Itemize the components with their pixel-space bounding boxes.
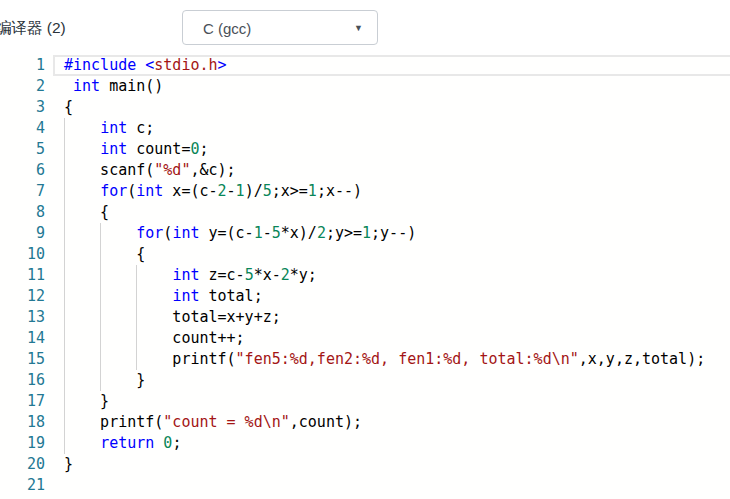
token-number: 5: [245, 266, 254, 284]
line-content: int z=c-5*x-2*y;: [45, 265, 730, 286]
line-number: 10: [0, 244, 45, 265]
compiler-header: 编译器 (2) C (gcc) ▼: [0, 0, 730, 55]
line-content: }: [45, 391, 730, 412]
language-select[interactable]: C (gcc) ▼: [182, 10, 378, 45]
token-plain: ;y--): [371, 224, 416, 242]
line-content: {: [45, 97, 730, 118]
code-line[interactable]: 9 for(int y=(c-1-5*x)/2;y>=1;y--): [0, 223, 730, 244]
line-number: 14: [0, 328, 45, 349]
code-line[interactable]: 20}: [0, 454, 730, 475]
token-plain: *y;: [290, 266, 317, 284]
line-number: 3: [0, 97, 45, 118]
line-content: return 0;: [45, 433, 730, 454]
line-number: 13: [0, 307, 45, 328]
line-number: 21: [0, 475, 45, 496]
token-string: stdio.h: [154, 56, 217, 74]
token-plain: c;: [127, 119, 154, 137]
token-keyword: <: [145, 56, 154, 74]
code-line[interactable]: 10 {: [0, 244, 730, 265]
token-number: 2: [218, 182, 227, 200]
line-content: #include <stdio.h>: [45, 55, 730, 76]
token-plain: -: [263, 224, 272, 242]
token-plain: ,&c);: [190, 161, 235, 179]
token-plain: printf(: [64, 350, 236, 368]
code-line[interactable]: 4 int c;: [0, 118, 730, 139]
code-line[interactable]: 2 int main(): [0, 76, 730, 97]
line-number: 19: [0, 433, 45, 454]
code-editor[interactable]: 1#include <stdio.h>2 int main()3{4 int c…: [0, 55, 730, 496]
line-number: 17: [0, 391, 45, 412]
token-keyword: #include: [64, 56, 136, 74]
line-content: printf("fen5:%d,fen2:%d, fen1:%d, total:…: [45, 349, 730, 370]
line-number: 20: [0, 454, 45, 475]
line-content: count++;: [45, 328, 730, 349]
line-content: {: [45, 244, 730, 265]
code-line[interactable]: 3{: [0, 97, 730, 118]
token-plain: y=(c-: [199, 224, 253, 242]
token-keyword: int: [100, 119, 127, 137]
code-line[interactable]: 21: [0, 475, 730, 496]
line-number: 8: [0, 202, 45, 223]
code-line[interactable]: 15 printf("fen5:%d,fen2:%d, fen1:%d, tot…: [0, 349, 730, 370]
line-content: }: [45, 370, 730, 391]
code-line[interactable]: 1#include <stdio.h>: [0, 55, 730, 76]
line-number: 11: [0, 265, 45, 286]
token-string: "fen5:%d,fen2:%d, fen1:%d, total:%d\n": [236, 350, 579, 368]
token-number: 2: [281, 266, 290, 284]
token-plain: ;x--): [317, 182, 362, 200]
code-line[interactable]: 11 int z=c-5*x-2*y;: [0, 265, 730, 286]
code-line[interactable]: 13 total=x+y+z;: [0, 307, 730, 328]
line-content: [45, 475, 730, 496]
code-line[interactable]: 19 return 0;: [0, 433, 730, 454]
token-keyword: for: [136, 224, 163, 242]
token-plain: scanf(: [64, 161, 154, 179]
token-plain: *x)/: [281, 224, 317, 242]
language-select-value: C (gcc): [203, 19, 251, 36]
token-number: 5: [272, 224, 281, 242]
token-keyword: >: [218, 56, 227, 74]
line-content: int main(): [45, 76, 730, 97]
code-line[interactable]: 8 {: [0, 202, 730, 223]
token-number: 1: [254, 224, 263, 242]
code-line[interactable]: 17 }: [0, 391, 730, 412]
code-line[interactable]: 18 printf("count = %d\n",count);: [0, 412, 730, 433]
token-plain: [64, 119, 100, 137]
token-plain: main(): [100, 77, 163, 95]
code-line[interactable]: 7 for(int x=(c-2-1)/5;x>=1;x--): [0, 181, 730, 202]
token-plain: [64, 182, 100, 200]
token-plain: printf(: [64, 413, 163, 431]
token-plain: [154, 434, 163, 452]
code-line[interactable]: 6 scanf("%d",&c);: [0, 160, 730, 181]
token-keyword: int: [172, 224, 199, 242]
code-line[interactable]: 16 }: [0, 370, 730, 391]
line-number: 16: [0, 370, 45, 391]
line-number: 4: [0, 118, 45, 139]
token-plain: ,x,y,z,total);: [579, 350, 705, 368]
token-plain: [136, 56, 145, 74]
line-content: {: [45, 202, 730, 223]
code-line[interactable]: 14 count++;: [0, 328, 730, 349]
token-plain: {: [64, 245, 145, 263]
token-plain: }: [64, 455, 73, 473]
token-number: 1: [308, 182, 317, 200]
line-content: int count=0;: [45, 139, 730, 160]
token-keyword: for: [100, 182, 127, 200]
token-plain: }: [64, 392, 109, 410]
token-plain: (: [127, 182, 136, 200]
line-content: int total;: [45, 286, 730, 307]
token-plain: [64, 266, 172, 284]
token-string: "%d": [154, 161, 190, 179]
token-number: 5: [263, 182, 272, 200]
code-line[interactable]: 5 int count=0;: [0, 139, 730, 160]
line-number: 6: [0, 160, 45, 181]
line-number: 18: [0, 412, 45, 433]
token-keyword: int: [172, 287, 199, 305]
line-content: for(int y=(c-1-5*x)/2;y>=1;y--): [45, 223, 730, 244]
code-line[interactable]: 12 int total;: [0, 286, 730, 307]
token-plain: ,count);: [290, 413, 362, 431]
token-string: "count = %d\n": [163, 413, 289, 431]
line-number: 9: [0, 223, 45, 244]
line-content: scanf("%d",&c);: [45, 160, 730, 181]
token-plain: z=c-: [199, 266, 244, 284]
line-number: 5: [0, 139, 45, 160]
